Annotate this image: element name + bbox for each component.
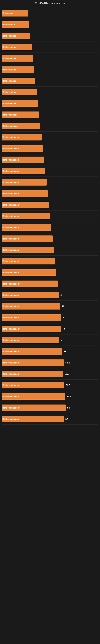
bar-label: Bottleneck result xyxy=(2,350,20,352)
bar-label: Bottleneck result xyxy=(2,294,20,296)
bar-label: Bottleneck result xyxy=(2,192,20,195)
bar-label: Bottleneck result xyxy=(2,373,20,375)
bar-label: Bottleneck xyxy=(2,12,14,14)
chart-area: BottleneckBottleneck rBottleneck reBottl… xyxy=(0,6,100,427)
bar-value: 53.5 xyxy=(65,384,70,386)
bar-row: Bottleneck result53.8 xyxy=(2,391,98,402)
bar-row: Bottleneck re xyxy=(2,75,98,86)
bar-value: 49 xyxy=(61,305,64,308)
bar-label: Bottleneck re xyxy=(2,80,16,82)
bar-value: 53.2 xyxy=(65,362,70,364)
bar-label: Bottleneck result xyxy=(2,271,20,274)
bar-row: Bottleneck result xyxy=(2,199,98,210)
bar-label: Bottleneck re xyxy=(2,57,16,60)
bar-value: 52.5 xyxy=(64,373,69,375)
bar-label: Bottleneck result xyxy=(2,316,20,319)
bar-value: 4 xyxy=(60,294,62,296)
bar-row: Bottleneck re xyxy=(2,30,98,42)
bar-row: Bottleneck resu xyxy=(2,132,98,143)
bar-row: Bottleneck result xyxy=(2,244,98,256)
bar-label: Bottleneck result xyxy=(2,204,20,206)
bar-value: 53.8 xyxy=(66,395,71,398)
bar-value: 49 xyxy=(62,328,65,330)
bar-row: Bottleneck re xyxy=(2,53,98,64)
bar-row: Bottleneck result51. xyxy=(2,312,98,323)
bar-label: Bottleneck resu xyxy=(2,147,19,150)
bar-row: Bottleneck result xyxy=(2,267,98,278)
bar-row: Bottleneck result49 xyxy=(2,323,98,334)
bar-row: Bottleneck result51. xyxy=(2,346,98,357)
bar-label: Bottleneck result xyxy=(2,226,20,228)
bar-row: Bottleneck result xyxy=(2,177,98,188)
bar-label: Bottleneck result xyxy=(2,339,20,341)
bar-row: Bottleneck result xyxy=(2,278,98,290)
bar-row: Bottleneck resu xyxy=(2,154,98,166)
bar-label: Bottleneck result xyxy=(2,328,20,330)
bar-label: Bottleneck result xyxy=(2,305,20,308)
bar-row: Bottleneck xyxy=(2,8,98,19)
bar-label: Bottleneck result xyxy=(2,406,20,409)
bar-label: Bottleneck result xyxy=(2,282,20,285)
bar-label: Bottleneck result xyxy=(2,215,20,217)
bar-row: Bottleneck result xyxy=(2,210,98,222)
bar-row: Bottleneck r xyxy=(2,19,98,30)
bar-row: Bottleneck result xyxy=(2,222,98,233)
bar-row: Bottleneck result49 xyxy=(2,301,98,312)
bar-label: Bottleneck result xyxy=(2,395,20,398)
bar-row: Bottleneck re xyxy=(2,64,98,75)
bar-label: Bottleneck res xyxy=(2,114,18,116)
bar-row: Bottleneck result xyxy=(2,233,98,244)
bar-row: Bottleneck result4 xyxy=(2,334,98,346)
bar-label: Bottleneck result xyxy=(2,384,20,386)
bar-value: 54.4 xyxy=(66,406,71,409)
bar-label: Bottleneck result xyxy=(2,238,20,240)
bar-row: Bottleneck result4 xyxy=(2,290,98,301)
bar-row: Bottleneck re xyxy=(2,86,98,98)
bar-row: Bottleneck re xyxy=(2,42,98,53)
bar-label: Bottleneck re xyxy=(2,34,16,37)
bar-label: Bottleneck re xyxy=(2,46,16,48)
site-title: TheBottlenecker.com xyxy=(0,0,100,6)
bar-row: Bottleneck result53.2 xyxy=(2,357,98,368)
bar-row: Bottleneck resu xyxy=(2,143,98,154)
bar-row: Bottleneck result xyxy=(2,188,98,199)
bar-label: Bottleneck res xyxy=(2,125,18,127)
bar-row: Bottleneck result52.5 xyxy=(2,368,98,380)
bar-row: Bottleneck result xyxy=(2,166,98,177)
bar-label: Bottleneck result xyxy=(2,260,20,262)
bar-label: Bottleneck re xyxy=(2,102,16,105)
bar-row: Bottleneck result54.4 xyxy=(2,402,98,413)
bar-row: Bottleneck res xyxy=(2,120,98,132)
bar-value: 51. xyxy=(63,350,67,352)
bar-label: Bottleneck r xyxy=(2,23,15,26)
bar-row: Bottleneck result52. xyxy=(2,413,98,425)
bar-label: Bottleneck result xyxy=(2,249,20,251)
bar-label: Bottleneck re xyxy=(2,91,16,94)
bar-label: Bottleneck result xyxy=(2,362,20,364)
bar-label: Bottleneck re xyxy=(2,68,16,71)
bar-label: Bottleneck result xyxy=(2,170,20,172)
bar-label: Bottleneck resu xyxy=(2,136,19,138)
bar-value: 4 xyxy=(60,339,62,341)
bar-label: Bottleneck resu xyxy=(2,158,19,161)
bar-row: Bottleneck re xyxy=(2,98,98,109)
bar-row: Bottleneck result53.5 xyxy=(2,380,98,391)
bar-row: Bottleneck result xyxy=(2,256,98,267)
bar-value: 51. xyxy=(62,316,66,319)
bar-label: Bottleneck result xyxy=(2,181,20,184)
bar-value: 52. xyxy=(65,418,68,420)
bar-label: Bottleneck result xyxy=(2,418,20,420)
bar-row: Bottleneck res xyxy=(2,109,98,120)
